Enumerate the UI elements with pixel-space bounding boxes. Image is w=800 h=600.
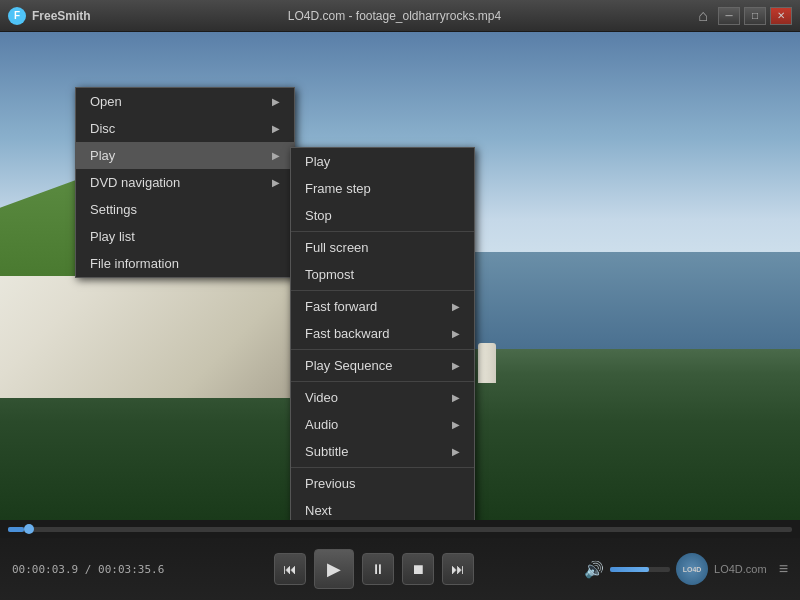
titlebar: F FreeSmith LO4D.com - footage_oldharryr… — [0, 0, 800, 32]
menu-item-disc[interactable]: Disc ▶ — [76, 115, 294, 142]
app-name: FreeSmith — [32, 9, 91, 23]
arrow-icon: ▶ — [272, 150, 280, 161]
time-display: 00:00:03.9 / 00:03:35.6 — [12, 563, 164, 576]
maximize-button[interactable]: □ — [744, 7, 766, 25]
submenu-frame-step[interactable]: Frame step — [291, 175, 474, 202]
context-menu-primary: Open ▶ Disc ▶ Play ▶ DVD navigation ▶ Se… — [75, 87, 295, 278]
arrow-icon: ▶ — [272, 96, 280, 107]
prev-button[interactable]: ⏮ — [274, 553, 306, 585]
submenu-next[interactable]: Next — [291, 497, 474, 520]
submenu-topmost[interactable]: Topmost — [291, 261, 474, 288]
submenu-fast-backward[interactable]: Fast backward ▶ — [291, 320, 474, 347]
app-icon: F — [8, 7, 26, 25]
menu-separator — [291, 231, 474, 232]
arrow-icon: ▶ — [272, 123, 280, 134]
menu-item-playlist[interactable]: Play list — [76, 223, 294, 250]
menu-item-play[interactable]: Play ▶ — [76, 142, 294, 169]
context-menu-play-submenu: Play Frame step Stop Full screen Topmost… — [290, 147, 475, 520]
stop-button[interactable]: ⏹ — [402, 553, 434, 585]
seekbar-track[interactable] — [8, 527, 792, 532]
menu-icon[interactable]: ≡ — [779, 560, 788, 578]
arrow-icon: ▶ — [452, 360, 460, 371]
video-area: Open ▶ Disc ▶ Play ▶ DVD navigation ▶ Se… — [0, 32, 800, 520]
menu-item-open[interactable]: Open ▶ — [76, 88, 294, 115]
logo-inner: LO4D — [683, 566, 702, 573]
logo-circle: LO4D — [676, 553, 708, 585]
arrow-icon: ▶ — [452, 328, 460, 339]
submenu-video[interactable]: Video ▶ — [291, 384, 474, 411]
arrow-icon: ▶ — [452, 419, 460, 430]
submenu-audio[interactable]: Audio ▶ — [291, 411, 474, 438]
transport-controls: ⏮ ▶ ⏸ ⏹ ⏭ — [164, 549, 584, 589]
seekbar-thumb[interactable] — [24, 524, 34, 534]
play-button[interactable]: ▶ — [314, 549, 354, 589]
menu-separator — [291, 467, 474, 468]
seekbar-container[interactable] — [0, 520, 800, 538]
submenu-subtitle[interactable]: Subtitle ▶ — [291, 438, 474, 465]
seekbar-fill — [8, 527, 24, 532]
submenu-fullscreen[interactable]: Full screen — [291, 234, 474, 261]
window-title: LO4D.com - footage_oldharryrocks.mp4 — [91, 9, 699, 23]
submenu-stop[interactable]: Stop — [291, 202, 474, 229]
submenu-previous[interactable]: Previous — [291, 470, 474, 497]
volume-section: 🔊 LO4D LO4D.com ≡ — [584, 553, 788, 585]
home-icon[interactable]: ⌂ — [698, 7, 708, 25]
time-total: 00:03:35.6 — [98, 563, 164, 576]
menu-separator — [291, 349, 474, 350]
time-separator: / — [85, 563, 92, 576]
pause-button[interactable]: ⏸ — [362, 553, 394, 585]
arrow-icon: ▶ — [452, 301, 460, 312]
volume-icon[interactable]: 🔊 — [584, 560, 604, 579]
chalk-stack — [478, 343, 496, 383]
close-button[interactable]: ✕ — [770, 7, 792, 25]
window-controls: ─ □ ✕ — [718, 7, 792, 25]
menu-separator — [291, 381, 474, 382]
submenu-fast-forward[interactable]: Fast forward ▶ — [291, 293, 474, 320]
controls-bottom: 00:00:03.9 / 00:03:35.6 ⏮ ▶ ⏸ ⏹ ⏭ 🔊 LO4D… — [0, 538, 800, 600]
logo-text: LO4D.com — [714, 563, 767, 575]
menu-item-settings[interactable]: Settings — [76, 196, 294, 223]
arrow-icon: ▶ — [452, 392, 460, 403]
volume-bar[interactable] — [610, 567, 670, 572]
volume-fill — [610, 567, 649, 572]
menu-item-file-info[interactable]: File information — [76, 250, 294, 277]
menu-item-dvd-nav[interactable]: DVD navigation ▶ — [76, 169, 294, 196]
minimize-button[interactable]: ─ — [718, 7, 740, 25]
arrow-icon: ▶ — [272, 177, 280, 188]
time-current: 00:00:03.9 — [12, 563, 78, 576]
submenu-play[interactable]: Play — [291, 148, 474, 175]
controls-bar: 00:00:03.9 / 00:03:35.6 ⏮ ▶ ⏸ ⏹ ⏭ 🔊 LO4D… — [0, 520, 800, 600]
menu-separator — [291, 290, 474, 291]
next-button[interactable]: ⏭ — [442, 553, 474, 585]
arrow-icon: ▶ — [452, 446, 460, 457]
submenu-play-sequence[interactable]: Play Sequence ▶ — [291, 352, 474, 379]
